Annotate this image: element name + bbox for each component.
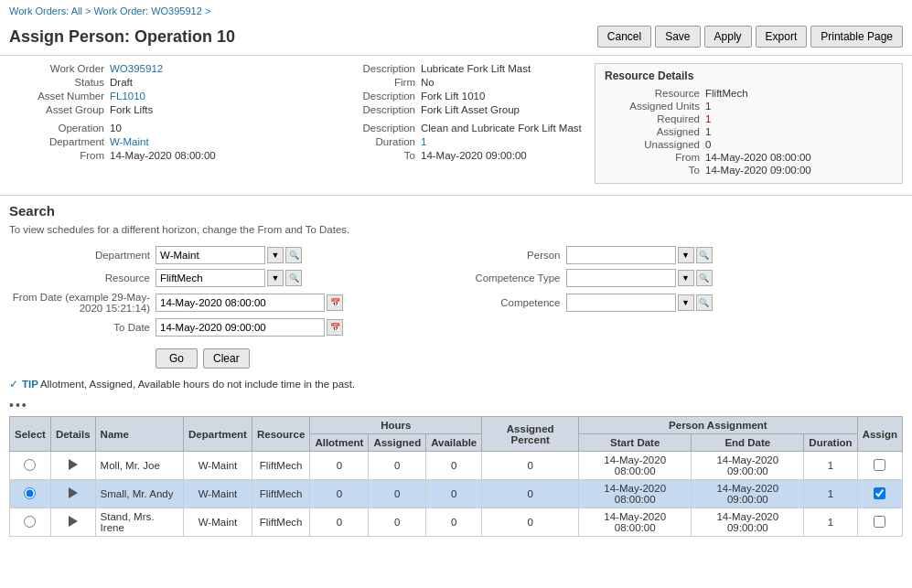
competence-type-search-icon[interactable]: 🔍 — [696, 270, 713, 286]
dots-row: ••• — [0, 394, 912, 416]
person-search-icon[interactable]: 🔍 — [696, 247, 713, 263]
desc3-value: Fork Lift Asset Group — [421, 104, 520, 115]
page-title: Assign Person: Operation 10 — [9, 27, 235, 47]
clear-button[interactable]: Clear — [203, 348, 250, 369]
work-order-value[interactable]: WO395912 — [110, 63, 163, 74]
from-date-calendar-icon[interactable]: 📅 — [327, 294, 343, 311]
cell-available-1: 0 — [426, 480, 482, 508]
page-header: Assign Person: Operation 10 Cancel Save … — [0, 22, 912, 56]
cell-select-2[interactable] — [10, 508, 51, 537]
table-row: Moll, Mr. Joe W-Maint FliftMech 0 0 0 0 … — [10, 452, 903, 480]
resource-dropdown-icon[interactable]: ▼ — [267, 270, 284, 286]
person-search-input[interactable] — [566, 246, 676, 264]
person-dropdown-icon[interactable]: ▼ — [678, 247, 694, 263]
cell-assigned-0: 0 — [369, 452, 426, 480]
to-date-input[interactable] — [156, 318, 325, 337]
search-action-buttons: Go Clear — [0, 345, 912, 374]
go-button[interactable]: Go — [156, 348, 198, 369]
details-play-btn-0[interactable] — [69, 459, 78, 470]
cell-resource-0: FliftMech — [252, 452, 309, 480]
cell-details-1[interactable] — [50, 480, 95, 508]
to-date-calendar-icon[interactable]: 📅 — [327, 319, 343, 336]
competence-label: Competence — [456, 297, 566, 308]
operation-label: Operation — [9, 123, 110, 134]
save-button[interactable]: Save — [655, 26, 700, 48]
details-play-btn-2[interactable] — [69, 516, 78, 527]
cell-select-1[interactable] — [10, 480, 51, 508]
desc3-label: Description — [320, 104, 421, 115]
cell-start-date-2: 14-May-2020 08:00:00 — [579, 508, 692, 537]
cell-allotment-1: 0 — [310, 480, 369, 508]
info-center: Description Lubricate Fork Lift Mast Fir… — [320, 63, 595, 184]
row-radio-1[interactable] — [24, 487, 36, 499]
export-button[interactable]: Export — [756, 26, 808, 48]
info-left: Work Order WO395912 Status Draft Asset N… — [9, 63, 320, 184]
asset-number-value[interactable]: FL1010 — [110, 91, 145, 102]
breadcrumb-sep1: > — [85, 5, 93, 16]
to-value: 14-May-2020 09:00:00 — [421, 150, 527, 161]
competence-search-icon[interactable]: 🔍 — [696, 294, 713, 311]
cell-available-0: 0 — [426, 452, 482, 480]
competence-type-dropdown-icon[interactable]: ▼ — [678, 270, 694, 286]
th-department: Department — [184, 417, 252, 452]
cell-select-0[interactable] — [10, 452, 51, 480]
competence-input[interactable] — [566, 294, 676, 312]
row-radio-2[interactable] — [24, 516, 36, 528]
cell-name-2: Stand, Mrs. Irene — [95, 508, 183, 537]
operation-value: 10 — [110, 123, 122, 134]
competence-dropdown-icon[interactable]: ▼ — [678, 294, 694, 311]
apply-button[interactable]: Apply — [704, 26, 752, 48]
tip-text: Allotment, Assigned, Available hours do … — [40, 379, 355, 390]
person-label: Person — [456, 250, 566, 261]
main-info: Work Order WO395912 Status Draft Asset N… — [0, 56, 912, 191]
th-assigned-hours: Assigned — [369, 434, 426, 452]
cell-assign-0[interactable] — [857, 452, 902, 480]
th-assigned-percent: Assigned Percent — [482, 417, 579, 452]
details-play-btn-1[interactable] — [69, 487, 78, 498]
assign-checkbox-1[interactable] — [874, 487, 885, 499]
resource-search-input[interactable] — [156, 269, 265, 287]
res-from-value: 14-May-2020 08:00:00 — [705, 152, 811, 163]
search-section-title: Search — [0, 195, 912, 222]
assign-checkbox-0[interactable] — [874, 459, 885, 471]
department-value[interactable]: W-Maint — [110, 136, 149, 147]
department-search-icon[interactable]: 🔍 — [285, 247, 302, 263]
cell-assign-2[interactable] — [857, 508, 902, 537]
resource-value: FliftMech — [705, 88, 748, 99]
row-radio-0[interactable] — [24, 459, 36, 471]
breadcrumb-workorder[interactable]: Work Order: WO395912 — [93, 5, 201, 16]
hint-text: To view schedules for a different horizo… — [0, 222, 912, 242]
department-search-input[interactable] — [156, 246, 265, 264]
assignment-table: Select Details Name Department Resource … — [9, 416, 903, 537]
cell-department-0: W-Maint — [184, 452, 252, 480]
cell-start-date-0: 14-May-2020 08:00:00 — [579, 452, 692, 480]
th-select: Select — [10, 417, 51, 452]
assign-checkbox-2[interactable] — [874, 516, 885, 528]
tip-icon: ✓ — [9, 378, 18, 390]
asset-number-label: Asset Number — [9, 91, 110, 102]
res-from-label: From — [605, 152, 705, 163]
breadcrumb-workorders[interactable]: Work Orders: All — [9, 5, 82, 16]
firm-value: No — [421, 77, 435, 88]
cell-details-2[interactable] — [50, 508, 95, 537]
duration-value[interactable]: 1 — [421, 136, 426, 147]
required-label: Required — [605, 113, 705, 124]
cell-department-1: W-Maint — [184, 480, 252, 508]
to-label: To — [320, 150, 421, 161]
competence-type-input[interactable] — [566, 269, 676, 287]
res-to-value: 14-May-2020 09:00:00 — [705, 165, 811, 176]
resource-search-icon[interactable]: 🔍 — [285, 270, 302, 286]
competence-type-label: Competence Type — [456, 273, 566, 283]
cell-duration-1: 1 — [804, 480, 857, 508]
cell-start-date-1: 14-May-2020 08:00:00 — [579, 480, 692, 508]
cell-assigned-percent-0: 0 — [482, 452, 579, 480]
cell-allotment-0: 0 — [310, 452, 369, 480]
cancel-button[interactable]: Cancel — [597, 26, 651, 48]
assigned-units-value: 1 — [705, 101, 711, 112]
cell-assign-1[interactable] — [857, 480, 902, 508]
department-dropdown-icon[interactable]: ▼ — [267, 247, 284, 263]
printable-page-button[interactable]: Printable Page — [810, 26, 903, 48]
cell-details-0[interactable] — [50, 452, 95, 480]
from-date-input[interactable] — [156, 294, 325, 312]
desc2-label: Description — [320, 91, 421, 102]
